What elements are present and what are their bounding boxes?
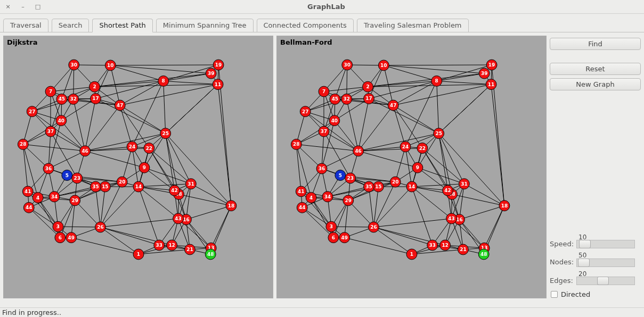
graph-node-label: 20 [119, 179, 125, 185]
graph-node-label: 48 [480, 252, 487, 257]
graph-node-label: 22 [419, 146, 426, 151]
graph-node-label: 10 [107, 63, 113, 68]
svg-line-241 [437, 73, 484, 81]
reset-button[interactable]: Reset [550, 63, 641, 75]
svg-line-250 [491, 85, 504, 206]
svg-line-160 [100, 219, 178, 227]
graph-node-label: 35 [92, 184, 99, 189]
graph-node-label: 12 [442, 243, 448, 248]
svg-line-203 [384, 65, 492, 65]
graph-node-label: 44 [299, 205, 305, 210]
graph-node-label: 39 [481, 71, 487, 76]
tab-traveling-salesman-problem[interactable]: Traveling Salesman Problem [357, 19, 469, 32]
nodes-slider[interactable] [576, 258, 635, 267]
svg-line-76 [85, 151, 144, 168]
graph-node-label: 27 [302, 109, 308, 114]
svg-line-288 [439, 85, 491, 134]
graph-node-label: 3 [330, 224, 333, 229]
panel-bellman-ford: Bellman-Ford 123456789101112131415161718… [276, 36, 547, 298]
window-maximize-button[interactable]: □ [34, 3, 42, 10]
graph-node-label: 9 [143, 165, 146, 170]
graph-node-label: 42 [171, 188, 177, 193]
graph-node-label: 6 [332, 235, 335, 240]
graph-node-label: 4 [36, 195, 39, 201]
svg-line-317 [412, 184, 464, 187]
graph-node-label: 47 [390, 103, 396, 108]
tab-search[interactable]: Search [52, 19, 89, 32]
graph-node-label: 17 [365, 96, 372, 101]
edges-slider[interactable] [576, 277, 635, 285]
graph-node-label: 44 [26, 205, 32, 210]
svg-line-351 [345, 238, 412, 254]
graph-node-label: 25 [162, 131, 168, 136]
graph-node-label: 16 [183, 217, 189, 222]
svg-line-39 [85, 98, 96, 151]
graph-node-label: 3 [56, 224, 60, 229]
graph-node-label: 41 [25, 189, 31, 194]
svg-line-269 [322, 151, 358, 169]
graph-node-label: 11 [215, 82, 221, 87]
svg-line-132 [95, 187, 100, 227]
graph-node-label: 7 [322, 89, 325, 94]
svg-line-38 [95, 98, 165, 133]
svg-line-335 [333, 201, 348, 238]
speed-slider[interactable] [576, 240, 635, 248]
graph-bellman-ford[interactable]: 1234567891011121314151617181920212223242… [277, 36, 546, 298]
graph-node-label: 30 [71, 62, 77, 68]
graph-node-label: 46 [81, 148, 88, 154]
graph-node-label: 34 [51, 194, 58, 199]
svg-line-244 [437, 81, 439, 133]
graph-node-label: 35 [365, 184, 372, 189]
svg-line-235 [393, 81, 437, 105]
graph-node-label: 18 [228, 203, 234, 208]
svg-line-46 [164, 73, 211, 81]
svg-line-171 [179, 194, 231, 205]
svg-line-70 [23, 144, 28, 191]
svg-line-184 [138, 249, 190, 254]
svg-line-268 [358, 148, 422, 151]
directed-checkbox[interactable] [551, 291, 558, 298]
graph-node-label: 39 [208, 71, 214, 76]
graph-node-label: 48 [207, 252, 214, 257]
window-close-button[interactable]: × [4, 3, 12, 10]
graph-node-label: 2 [93, 84, 96, 89]
panel-title-dijkstra: Dijkstra [7, 38, 37, 46]
graph-dijkstra[interactable]: 1234567891011121314151617181920212223242… [4, 36, 273, 298]
svg-line-8 [110, 65, 218, 65]
svg-line-123 [100, 187, 138, 227]
graph-node-label: 5 [339, 173, 342, 178]
svg-line-233 [369, 98, 438, 133]
svg-line-156 [71, 238, 138, 254]
graph-node-label: 4 [309, 195, 313, 201]
find-button[interactable]: Find [550, 38, 641, 50]
svg-line-358 [464, 184, 504, 206]
svg-line-234 [358, 98, 369, 151]
tab-traversal[interactable]: Traversal [3, 19, 48, 32]
svg-line-178 [186, 220, 211, 248]
graph-node-label: 1 [410, 252, 413, 257]
svg-line-366 [452, 194, 504, 205]
tab-shortest-path[interactable]: Shortest Path [92, 19, 152, 32]
tab-connected-components[interactable]: Connected Components [257, 19, 354, 32]
graph-node-label: 32 [344, 96, 350, 102]
svg-line-323 [373, 187, 378, 227]
svg-line-192 [211, 206, 231, 248]
graph-node-label: 1 [137, 252, 140, 257]
svg-line-74 [48, 151, 85, 169]
graph-node-label: 33 [429, 243, 436, 248]
window-minimize-button[interactable]: – [19, 3, 27, 10]
svg-line-267 [358, 147, 405, 151]
tab-minimum-spanning-tree[interactable]: Minimum Spanning Tree [156, 19, 254, 32]
graph-node-label: 14 [409, 184, 415, 189]
edges-label: Edges: [550, 277, 574, 285]
graph-node-label: 29 [72, 198, 78, 203]
graph-node-label: 41 [298, 189, 304, 194]
new-graph-button[interactable]: New Graph [550, 78, 641, 90]
graph-node-label: 31 [461, 181, 467, 187]
graph-node-label: 18 [501, 203, 508, 208]
graph-node-label: 37 [47, 129, 54, 134]
svg-line-245 [405, 81, 437, 146]
graph-node-label: 49 [68, 235, 75, 240]
graph-node-label: 33 [156, 243, 162, 248]
graph-node-label: 31 [188, 181, 194, 187]
